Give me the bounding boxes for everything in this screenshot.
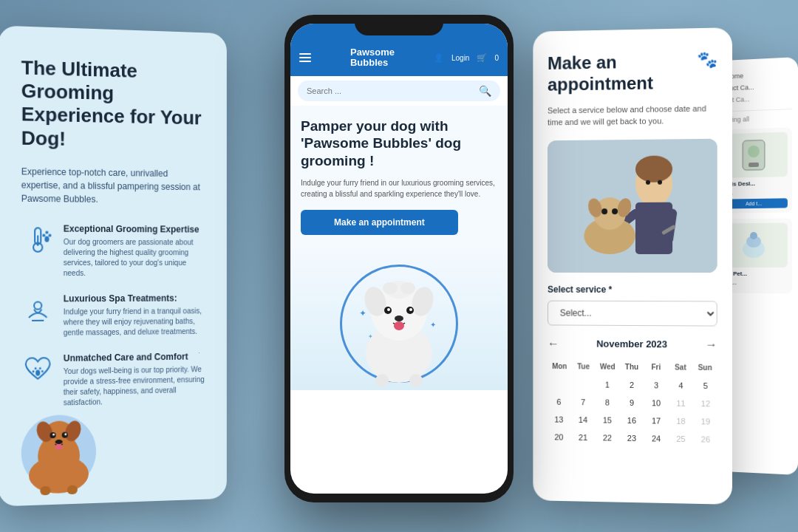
- cal-day[interactable]: 12: [694, 395, 717, 412]
- cal-day[interactable]: 5: [694, 377, 717, 393]
- phone-notch: [355, 15, 443, 35]
- svg-point-6: [44, 236, 49, 242]
- feature-desc-2: Indulge your furry friend in a tranquil …: [64, 306, 205, 338]
- dog-brown-image: [10, 399, 107, 499]
- paw-icon-appt: 🐾: [697, 50, 717, 70]
- cal-day[interactable]: 10: [645, 395, 668, 411]
- cal-day[interactable]: 1: [596, 376, 619, 392]
- calendar-days-header: Mon Tue Wed Thu Fri Sat Sun: [548, 359, 717, 375]
- user-icon: 👤: [434, 53, 444, 63]
- feature-desc-1: Our dog groomers are passionate about de…: [64, 236, 205, 278]
- cal-day[interactable]: 19: [694, 413, 717, 430]
- phone-dog-image-section: ✦ ✦ ✦: [290, 242, 508, 390]
- cal-day[interactable]: 13: [548, 411, 570, 427]
- svg-point-5: [42, 233, 45, 236]
- svg-point-4: [48, 233, 51, 236]
- cal-day[interactable]: 24: [645, 430, 668, 447]
- calendar-month: November 2023: [596, 338, 667, 350]
- cal-day[interactable]: 14: [572, 412, 595, 428]
- feature-text-2: Luxurious Spa Treatments: Indulge your f…: [64, 293, 205, 338]
- feature-heading-1: Exceptional Grooming Expertise: [64, 223, 205, 234]
- cal-day[interactable]: 2: [620, 376, 643, 392]
- day-header-tue: Tue: [571, 359, 596, 373]
- grooming-image: [548, 138, 717, 272]
- feature-text-1: Exceptional Grooming Expertise Our dog g…: [64, 223, 205, 279]
- svg-point-3: [45, 231, 48, 233]
- left-info-panel: The Ultimate Grooming Experience for You…: [0, 26, 227, 507]
- day-header-fri: Fri: [644, 360, 668, 374]
- product-svg-1: [735, 136, 772, 174]
- next-month-button[interactable]: →: [706, 338, 717, 351]
- thermometer-icon: [21, 223, 55, 256]
- phone-hero-section: Pamper your dog with 'Pawsome Bubbles' d…: [290, 106, 508, 242]
- cal-day[interactable]: 9: [620, 394, 643, 410]
- cal-day[interactable]: 23: [620, 429, 643, 446]
- cal-day[interactable]: 3: [645, 377, 668, 393]
- login-label[interactable]: Login: [451, 54, 469, 62]
- cal-day[interactable]: 17: [645, 412, 668, 429]
- cart-count: 0: [494, 54, 499, 62]
- svg-point-64: [750, 232, 757, 239]
- service-select-dropdown[interactable]: Select... Bath & Brush Full Groom Nail T…: [548, 300, 717, 326]
- calendar: ← November 2023 → Mon Tue Wed Thu Fri Sa…: [548, 337, 717, 448]
- product-svg-2: [735, 226, 772, 263]
- cal-day[interactable]: 26: [694, 431, 717, 448]
- search-bar[interactable]: 🔍: [298, 81, 500, 101]
- feature-item-1: Exceptional Grooming Expertise Our dog g…: [21, 223, 205, 279]
- day-header-wed: Wed: [596, 359, 620, 373]
- cal-day[interactable]: 7: [572, 394, 595, 410]
- svg-text:✦: ✦: [368, 333, 373, 340]
- svg-rect-61: [748, 162, 759, 166]
- phone-panel: Pawsome Bubbles 👤 Login 🛒 0 🔍 Pamper you…: [284, 15, 514, 502]
- svg-point-32: [400, 282, 415, 294]
- day-header-sun: Sun: [692, 360, 717, 374]
- svg-rect-24: [40, 486, 50, 496]
- feature-heading-3: Unmatched Care and Comfort: [64, 351, 205, 364]
- svg-point-7: [34, 301, 41, 309]
- svg-text:✦: ✦: [359, 308, 366, 318]
- cal-day[interactable]: 18: [669, 412, 692, 429]
- day-header-mon: Mon: [548, 359, 571, 373]
- day-header-thu: Thu: [620, 359, 644, 373]
- hero-heading: Pamper your dog with 'Pawsome Bubbles' d…: [301, 117, 497, 170]
- cal-day[interactable]: 15: [596, 412, 619, 428]
- phone-screen: Pawsome Bubbles 👤 Login 🛒 0 🔍 Pamper you…: [290, 24, 508, 494]
- white-dog-image: ✦ ✦ ✦: [347, 257, 451, 390]
- cal-day[interactable]: 11: [669, 395, 692, 411]
- cal-day[interactable]: 25: [669, 430, 692, 447]
- day-header-sat: Sat: [668, 360, 692, 374]
- svg-point-11: [41, 370, 44, 372]
- appointment-heading: Make an appointment: [548, 50, 697, 95]
- svg-point-57: [612, 208, 618, 214]
- svg-point-31: [383, 282, 398, 294]
- spa-icon: [21, 293, 55, 327]
- select-service-label: Select service *: [548, 284, 717, 294]
- appointment-description: Select a service below and choose date a…: [548, 102, 717, 129]
- cal-day[interactable]: 8: [596, 394, 619, 410]
- search-input[interactable]: [307, 86, 473, 95]
- prev-month-button[interactable]: ←: [548, 337, 559, 350]
- appointment-panel: Make an appointment 🐾 Select a service b…: [533, 27, 732, 505]
- svg-point-37: [395, 316, 403, 321]
- svg-point-50: [646, 180, 650, 184]
- cal-day[interactable]: 21: [572, 429, 595, 445]
- cart-icon[interactable]: 🛒: [477, 53, 487, 63]
- hamburger-menu[interactable]: [299, 53, 311, 62]
- search-icon[interactable]: 🔍: [479, 85, 491, 97]
- cal-day[interactable]: 6: [548, 393, 570, 409]
- cal-day[interactable]: 20: [548, 429, 570, 445]
- svg-rect-40: [409, 374, 423, 387]
- svg-point-12: [35, 369, 40, 375]
- svg-point-9: [39, 367, 41, 369]
- svg-text:✦: ✦: [430, 321, 436, 329]
- svg-point-38: [394, 321, 404, 330]
- svg-rect-39: [375, 374, 389, 387]
- svg-rect-44: [548, 138, 717, 272]
- hero-text: Indulge your furry friend in our luxurio…: [301, 177, 497, 200]
- make-appointment-button[interactable]: Make an appointment: [301, 210, 458, 235]
- cal-day[interactable]: 4: [669, 377, 692, 393]
- cal-day[interactable]: 22: [596, 429, 619, 446]
- appointment-content: Make an appointment 🐾 Select a service b…: [533, 27, 732, 463]
- heart-icon: [21, 353, 55, 386]
- cal-day[interactable]: 16: [620, 412, 643, 428]
